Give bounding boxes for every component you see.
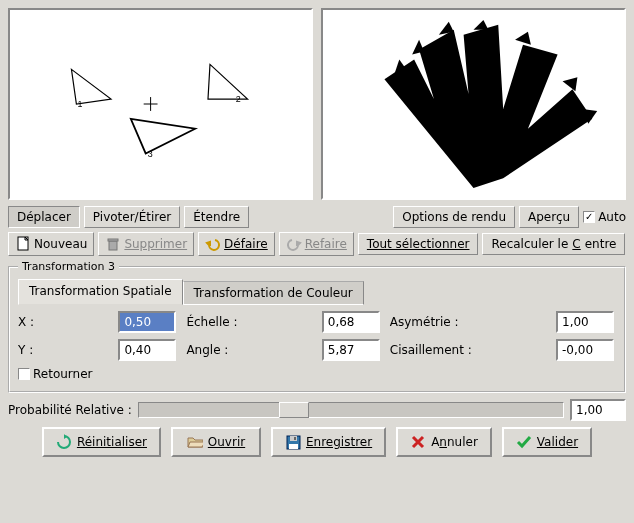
- svg-rect-6: [109, 241, 117, 250]
- panel-legend: Transformation 3: [18, 260, 119, 273]
- save-button[interactable]: Enregistrer: [271, 427, 386, 457]
- preview-canvas: [321, 8, 626, 200]
- preview-button[interactable]: Aperçu: [519, 206, 579, 228]
- flip-label: Retourner: [33, 367, 92, 381]
- svg-rect-7: [108, 239, 118, 241]
- mode-rotate-button[interactable]: Pivoter/Étirer: [84, 206, 180, 228]
- shear-input[interactable]: -0,00: [556, 339, 614, 361]
- cancel-icon: [410, 434, 426, 450]
- shear-label: Cisaillement :: [390, 343, 548, 357]
- open-label: Ouvrir: [208, 435, 245, 449]
- svg-rect-10: [289, 444, 298, 449]
- auto-label: Auto: [598, 210, 626, 224]
- x-label: X :: [18, 315, 110, 329]
- new-label: Nouveau: [34, 237, 87, 251]
- scale-input[interactable]: 0,68: [322, 311, 380, 333]
- asym-label: Asymétrie :: [390, 315, 548, 329]
- reset-label: Réinitialiser: [77, 435, 147, 449]
- redo-label: Refaire: [305, 237, 347, 251]
- refresh-icon: [56, 434, 72, 450]
- tab-color[interactable]: Transformation de Couleur: [183, 281, 364, 305]
- cancel-button[interactable]: Annuler: [396, 427, 492, 457]
- probability-input[interactable]: 1,00: [570, 399, 626, 421]
- redo-button: Refaire: [279, 232, 354, 256]
- svg-text:2: 2: [236, 94, 241, 104]
- undo-icon: [205, 236, 221, 252]
- new-file-icon: [15, 236, 31, 252]
- check-mark-icon: ✓: [583, 211, 595, 223]
- undo-label: Défaire: [224, 237, 268, 251]
- trash-icon: [105, 236, 121, 252]
- auto-checkbox[interactable]: ✓ Auto: [583, 210, 626, 224]
- ok-label: Valider: [537, 435, 578, 449]
- open-button[interactable]: Ouvrir: [171, 427, 261, 457]
- select-all-button[interactable]: Tout sélectionner: [358, 233, 479, 255]
- undo-button[interactable]: Défaire: [198, 232, 275, 256]
- recenter-button[interactable]: Recalculer le Centre: [482, 233, 625, 255]
- y-input[interactable]: 0,40: [118, 339, 176, 361]
- scale-label: Échelle :: [186, 315, 313, 329]
- new-button[interactable]: Nouveau: [8, 232, 94, 256]
- angle-label: Angle :: [186, 343, 313, 357]
- folder-open-icon: [187, 434, 203, 450]
- render-options-button[interactable]: Options de rendu: [393, 206, 515, 228]
- redo-icon: [286, 236, 302, 252]
- mode-move-button[interactable]: Déplacer: [8, 206, 80, 228]
- transformation-panel: Transformation 3 Transformation Spatiale…: [8, 260, 626, 393]
- floppy-icon: [285, 434, 301, 450]
- edit-canvas[interactable]: 1 2 3: [8, 8, 313, 200]
- delete-label: Supprimer: [124, 237, 187, 251]
- svg-text:3: 3: [148, 149, 153, 159]
- probability-label: Probabilité Relative :: [8, 403, 132, 417]
- cancel-label: Annuler: [431, 435, 478, 449]
- tab-spatial[interactable]: Transformation Spatiale: [18, 279, 183, 305]
- angle-input[interactable]: 5,87: [322, 339, 380, 361]
- mode-extend-button[interactable]: Étendre: [184, 206, 249, 228]
- probability-slider[interactable]: [138, 402, 564, 418]
- reset-button[interactable]: Réinitialiser: [42, 427, 161, 457]
- svg-rect-11: [294, 437, 296, 440]
- apply-icon: [516, 434, 532, 450]
- flip-box-icon: [18, 368, 30, 380]
- y-label: Y :: [18, 343, 110, 357]
- slider-thumb[interactable]: [279, 402, 309, 418]
- save-label: Enregistrer: [306, 435, 372, 449]
- x-input[interactable]: 0,50: [118, 311, 176, 333]
- svg-text:1: 1: [77, 99, 82, 109]
- delete-button: Supprimer: [98, 232, 194, 256]
- flip-checkbox[interactable]: Retourner: [18, 367, 92, 381]
- asym-input[interactable]: 1,00: [556, 311, 614, 333]
- ok-button[interactable]: Valider: [502, 427, 592, 457]
